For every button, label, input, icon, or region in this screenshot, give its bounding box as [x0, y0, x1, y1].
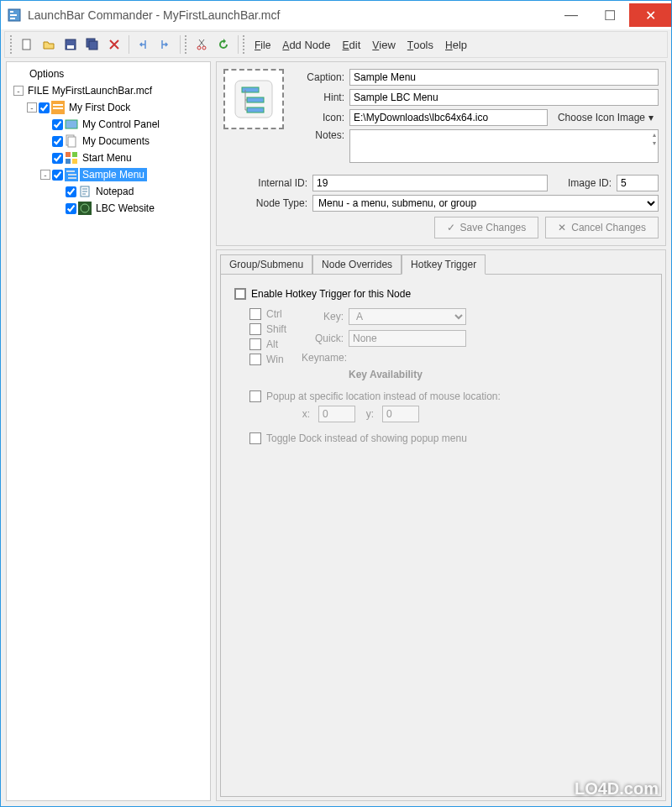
minimize-button[interactable]: —: [552, 3, 591, 27]
save-button[interactable]: [60, 34, 81, 55]
toolbar-grip[interactable]: [243, 35, 246, 54]
menu-tools[interactable]: Tools: [402, 35, 438, 55]
menu-file[interactable]: File: [249, 35, 276, 55]
move-out-button[interactable]: [134, 34, 154, 55]
window-title: LaunchBar Commander - MyFirstLaunchBar.m…: [28, 8, 552, 22]
expander-icon[interactable]: -: [40, 170, 50, 180]
delete-button[interactable]: [104, 34, 124, 55]
tree-child[interactable]: Notepad: [93, 185, 136, 198]
tree-check[interactable]: [66, 203, 76, 214]
svg-rect-29: [242, 87, 259, 92]
svg-point-9: [197, 46, 201, 50]
save-changes-button[interactable]: ✓Save Changes: [434, 217, 539, 238]
quick-label: Quick:: [302, 333, 344, 344]
tab-node-overrides[interactable]: Node Overrides: [312, 254, 402, 275]
svg-rect-14: [66, 120, 77, 128]
tree-item[interactable]: Start Menu: [80, 151, 134, 165]
svg-rect-13: [53, 107, 63, 109]
win-check[interactable]: [249, 354, 261, 365]
y-input[interactable]: [382, 406, 419, 422]
save-all-button[interactable]: [82, 34, 102, 55]
close-button[interactable]: ✕: [629, 3, 671, 27]
icon-preview[interactable]: [223, 69, 284, 129]
key-select[interactable]: A: [349, 308, 466, 325]
new-button[interactable]: [17, 34, 37, 55]
menu-view[interactable]: View: [367, 35, 401, 55]
x-input[interactable]: [318, 406, 355, 422]
down-arrow-icon[interactable]: ▾: [653, 140, 656, 147]
tree-check[interactable]: [52, 153, 63, 164]
popup-location-check[interactable]: [249, 390, 261, 402]
quick-input[interactable]: [349, 330, 466, 347]
node-type-select[interactable]: Menu - a menu, submenu, or group: [312, 195, 659, 212]
toolbar-grip[interactable]: [185, 35, 188, 54]
tree-item[interactable]: My Control Panel: [80, 118, 162, 131]
expander-icon[interactable]: -: [27, 102, 37, 113]
svg-rect-17: [66, 152, 71, 157]
tree-dock[interactable]: My First Dock: [66, 101, 133, 114]
tree-check[interactable]: [52, 170, 63, 181]
hint-input[interactable]: [349, 89, 659, 106]
key-availability: Key Availability: [349, 369, 423, 380]
popup-location-label: Popup at specific location instead of mo…: [266, 390, 501, 402]
titlebar[interactable]: LaunchBar Commander - MyFirstLaunchBar.m…: [1, 1, 671, 29]
icon-label: Icon:: [292, 112, 344, 123]
svg-rect-3: [10, 18, 15, 19]
expander-icon[interactable]: -: [13, 86, 24, 96]
tree-item-selected[interactable]: Sample Menu: [80, 168, 147, 181]
chevron-down-icon: ▾: [648, 112, 654, 123]
svg-rect-2: [10, 14, 17, 16]
move-in-button[interactable]: [155, 34, 176, 55]
hint-label: Hint:: [292, 92, 344, 103]
tree-child[interactable]: LBC Website: [93, 202, 157, 215]
y-label: y:: [364, 408, 374, 420]
tabs-panel: Group/Submenu Node Overrides Hotkey Trig…: [216, 249, 666, 801]
check-icon: ✓: [447, 222, 455, 233]
tab-hotkey-trigger[interactable]: Hotkey Trigger: [402, 254, 486, 275]
svg-rect-12: [53, 104, 63, 106]
tree-check[interactable]: [52, 119, 63, 130]
choose-icon-button[interactable]: Choose Icon Image ▾: [553, 109, 659, 126]
enable-hotkey-check[interactable]: [234, 288, 246, 300]
tree-check[interactable]: [39, 102, 50, 113]
cut-button[interactable]: [192, 34, 212, 55]
svg-rect-22: [66, 170, 75, 172]
caption-label: Caption:: [292, 71, 344, 83]
menu-add-node[interactable]: Add Node: [277, 35, 335, 55]
alt-label: Alt: [266, 338, 278, 350]
tree-check[interactable]: [52, 136, 63, 147]
svg-rect-20: [72, 159, 77, 164]
tree-item[interactable]: My Documents: [80, 134, 152, 148]
maximize-button[interactable]: ☐: [591, 3, 629, 27]
internal-id-input[interactable]: [312, 175, 548, 191]
svg-rect-16: [68, 137, 76, 147]
tree-file[interactable]: FILE MyFirstLaunchBar.mcf: [25, 84, 155, 97]
caption-input[interactable]: [349, 69, 659, 86]
tab-group-submenu[interactable]: Group/Submenu: [220, 254, 312, 275]
svg-rect-26: [78, 202, 92, 215]
image-id-input[interactable]: [617, 175, 659, 191]
icon-input[interactable]: [349, 109, 548, 126]
x-label: x:: [300, 408, 310, 420]
notes-input[interactable]: ▴▾: [349, 129, 659, 163]
open-button[interactable]: [39, 34, 59, 55]
shift-check[interactable]: [249, 323, 261, 335]
tree-check[interactable]: [66, 186, 76, 197]
toggle-dock-check[interactable]: [249, 432, 261, 444]
properties-panel: Caption: Hint: Icon:Choose Icon Image ▾ …: [216, 61, 666, 246]
watermark: LO4D.com: [575, 779, 659, 799]
tree-options[interactable]: Options: [27, 67, 66, 81]
menu-help[interactable]: Help: [440, 35, 472, 55]
refresh-button[interactable]: [213, 34, 234, 55]
cancel-changes-button[interactable]: ✕Cancel Changes: [545, 217, 659, 238]
up-arrow-icon[interactable]: ▴: [653, 132, 656, 139]
tree-panel: Options -FILE MyFirstLaunchBar.mcf -My F…: [6, 61, 211, 801]
svg-rect-19: [66, 159, 71, 164]
internal-id-label: Internal ID:: [223, 177, 307, 189]
alt-check[interactable]: [249, 338, 261, 350]
ctrl-check[interactable]: [249, 308, 261, 320]
menu-edit[interactable]: Edit: [338, 35, 366, 55]
shift-label: Shift: [266, 323, 286, 335]
toolbar-grip[interactable]: [10, 35, 13, 54]
dock-icon: [51, 101, 65, 114]
